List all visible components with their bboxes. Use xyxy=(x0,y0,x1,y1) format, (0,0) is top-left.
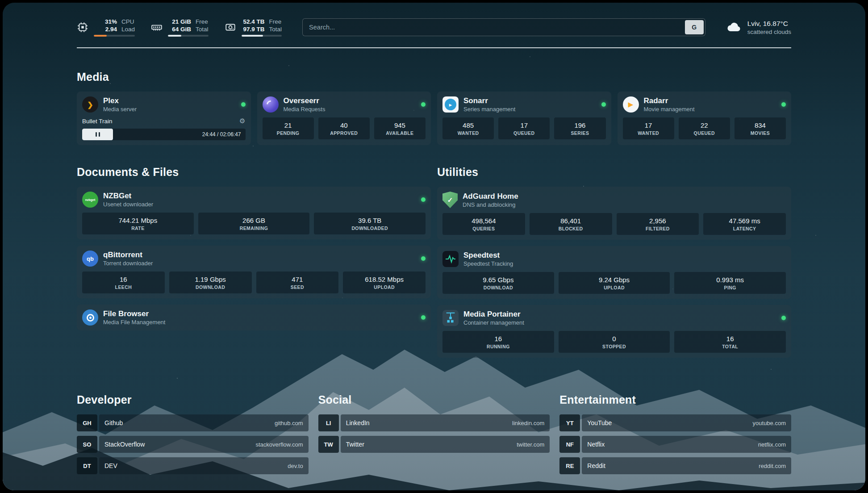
status-dot xyxy=(241,102,246,107)
pause-icon[interactable] xyxy=(95,130,101,138)
search-go-button[interactable]: G xyxy=(685,20,704,34)
speedtest-icon xyxy=(442,251,459,267)
stat-total: 16TOTAL xyxy=(674,331,786,353)
plex-progress-fill xyxy=(82,129,113,140)
overseerr-icon xyxy=(263,96,279,113)
plex-progress-bar[interactable]: 24:44 / 02:06:47 xyxy=(82,129,246,140)
bookmark-stackoverflow[interactable]: SO StackOverflowstackoverflow.com xyxy=(77,436,309,453)
bookmark-url: reddit.com xyxy=(759,463,786,469)
bookmark-dev[interactable]: DT DEVdev.to xyxy=(77,457,309,474)
stat-value: 618.52 Mbps xyxy=(345,276,424,283)
filebrowser-icon xyxy=(82,309,98,326)
section-title-social: Social xyxy=(318,393,550,406)
app-title: qBittorrent xyxy=(103,251,153,259)
stat-value: 498,564 xyxy=(444,217,523,225)
portainer-card[interactable]: Media Portainer Container management 16R… xyxy=(437,305,791,358)
section-title-entertainment: Entertainment xyxy=(559,393,791,406)
app-title: Sonarr xyxy=(463,96,515,105)
app-subtitle: Media Requests xyxy=(284,106,326,113)
stat-value: 22 xyxy=(680,121,728,129)
cpu-metric: 31%CPU 2.94Load xyxy=(77,18,135,37)
nzbget-card[interactable]: nzbget NZBGet Usenet downloader 744.21 M… xyxy=(77,187,431,239)
stat-approved: 40APPROVED xyxy=(318,117,370,139)
stat-series: 196SERIES xyxy=(554,117,605,139)
bookmark-abbr: TW xyxy=(318,436,339,453)
stat-value: 39.6 TB xyxy=(316,217,424,224)
app-subtitle: Movie management xyxy=(644,106,695,113)
app-subtitle: Media File Management xyxy=(103,319,165,326)
gear-icon[interactable]: ⚙ xyxy=(239,117,245,125)
status-dot xyxy=(421,256,426,261)
bookmark-url: twitter.com xyxy=(517,441,544,448)
stat-remaining: 266 GBREMAINING xyxy=(198,213,310,234)
bookmark-youtube[interactable]: YT YouTubeyoutube.com xyxy=(559,414,791,431)
weather-location: Lviv, 16.87°C xyxy=(747,20,791,28)
stat-label: QUEUED xyxy=(500,130,548,136)
app-subtitle: DNS and adblocking xyxy=(463,201,518,208)
stat-label: STOPPED xyxy=(560,344,668,349)
nzbget-icon: nzbget xyxy=(82,192,98,208)
stat-queued: 17QUEUED xyxy=(498,117,550,139)
app-subtitle: Usenet downloader xyxy=(103,201,153,208)
stat-value: 1.19 Gbps xyxy=(171,276,250,283)
overseerr-card[interactable]: Overseerr Media Requests 21PENDING 40APP… xyxy=(257,92,431,145)
stat-download: 9.65 GbpsDOWNLOAD xyxy=(442,272,554,294)
stat-wanted: 17WANTED xyxy=(623,117,674,139)
search-input[interactable] xyxy=(309,24,685,31)
bookmark-linkedin[interactable]: LI LinkedInlinkedin.com xyxy=(318,414,550,431)
stat-label: SERIES xyxy=(556,130,604,136)
adguard-card[interactable]: ✓ AdGuard Home DNS and adblocking 498,56… xyxy=(437,187,791,240)
stat-label: SEED xyxy=(258,284,337,290)
stat-wanted: 485WANTED xyxy=(442,117,494,139)
app-title: Overseerr xyxy=(284,96,326,105)
disk-free-value: 52.4 TB xyxy=(242,18,265,25)
status-dot xyxy=(601,102,606,107)
bookmark-github[interactable]: GH Githubgithub.com xyxy=(77,414,309,431)
stat-value: 17 xyxy=(500,121,548,129)
bookmark-abbr: SO xyxy=(77,436,97,453)
stat-label: PING xyxy=(676,285,784,290)
stat-queued: 22QUEUED xyxy=(679,117,730,139)
filebrowser-card[interactable]: File Browser Media File Management xyxy=(77,305,431,330)
bookmark-name: StackOverflow xyxy=(104,441,145,448)
disk-progress-fill xyxy=(242,35,263,37)
stat-label: QUERIES xyxy=(444,226,523,231)
bookmark-name: Twitter xyxy=(346,441,364,448)
stat-label: UPLOAD xyxy=(560,285,668,290)
app-title: File Browser xyxy=(103,309,165,318)
stat-value: 266 GB xyxy=(200,217,308,224)
memory-total-value: 64 GiB xyxy=(168,25,191,33)
stat-label: WANTED xyxy=(444,130,492,136)
stat-leech: 16LEECH xyxy=(82,272,165,293)
cpu-label: CPU xyxy=(121,18,134,25)
qbittorrent-card[interactable]: qb qBittorrent Torrent downloader 16LEEC… xyxy=(77,246,431,298)
stat-value: 0.993 ms xyxy=(676,276,784,284)
memory-free-value: 21 GiB xyxy=(168,18,191,25)
app-title: Radarr xyxy=(644,96,695,105)
speedtest-card[interactable]: Speedtest Speedtest Tracking 9.65 GbpsDO… xyxy=(437,246,791,299)
app-title: Speedtest xyxy=(463,251,513,260)
stat-label: DOWNLOADED xyxy=(316,226,424,231)
app-title: NZBGet xyxy=(103,192,153,201)
stat-downloaded: 39.6 TBDOWNLOADED xyxy=(314,213,426,234)
stat-value: 471 xyxy=(258,276,337,283)
stat-label: QUEUED xyxy=(680,130,728,136)
disk-total-label: Total xyxy=(269,25,282,33)
bookmark-reddit[interactable]: RE Redditreddit.com xyxy=(559,457,791,474)
sonarr-card[interactable]: ▸ Sonarr Series management 485WANTED 17Q… xyxy=(437,92,611,145)
stat-latency: 47.569 msLATENCY xyxy=(703,213,786,235)
app-title: Plex xyxy=(103,96,137,105)
stat-ping: 0.993 msPING xyxy=(674,272,786,294)
bookmark-twitter[interactable]: TW Twittertwitter.com xyxy=(318,436,550,453)
radarr-card[interactable]: ▶ Radarr Movie management 17WANTED 22QUE… xyxy=(618,92,792,145)
stat-value: 21 xyxy=(264,121,312,129)
stat-label: REMAINING xyxy=(200,226,308,231)
social-bookmarks: Social LI LinkedInlinkedin.com TW Twitte… xyxy=(318,393,550,479)
plex-card[interactable]: ❯ Plex Media server Bullet Train ⚙ 24:44… xyxy=(77,92,251,145)
disk-metric: 52.4 TBFree 97.9 TBTotal xyxy=(225,18,282,37)
status-dot xyxy=(421,197,426,202)
bookmark-netflix[interactable]: NF Netflixnetflix.com xyxy=(559,436,791,453)
adguard-icon: ✓ xyxy=(442,192,458,208)
bookmark-abbr: GH xyxy=(77,414,97,431)
section-title-utilities: Utilities xyxy=(437,166,791,179)
